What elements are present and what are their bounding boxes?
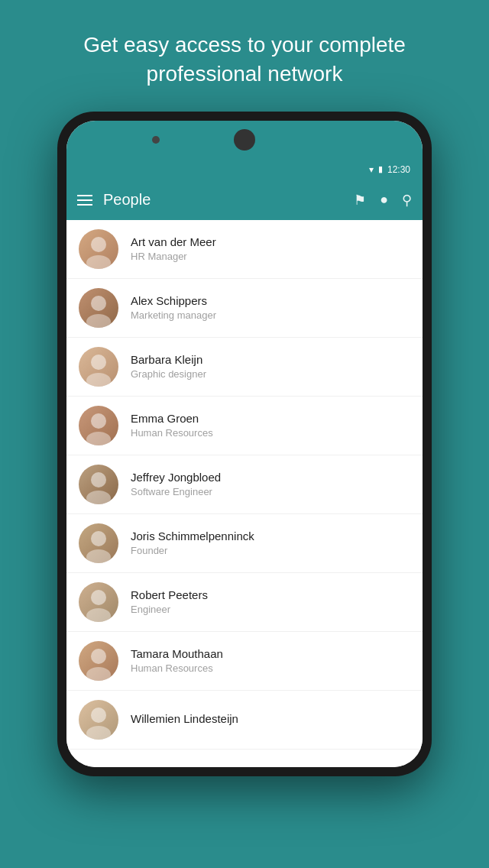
svg-point-4 — [91, 355, 106, 370]
list-item[interactable]: Barbara Kleijn Graphic designer — [66, 338, 423, 397]
svg-point-9 — [86, 491, 111, 504]
person-info: Barbara Kleijn Graphic designer — [131, 353, 410, 380]
person-info: Joris Schimmelpenninck Founder — [131, 530, 410, 556]
avatar — [79, 523, 118, 563]
list-item[interactable]: Joris Schimmelpenninck Founder — [66, 514, 423, 573]
person-role: Marketing manager — [131, 309, 410, 321]
person-name: Art van der Meer — [131, 235, 410, 248]
avatar — [79, 229, 118, 269]
avatar — [79, 700, 118, 740]
svg-point-2 — [91, 296, 106, 311]
person-name: Barbara Kleijn — [131, 353, 410, 366]
person-name: Jeffrey Jongbloed — [131, 471, 410, 484]
person-name: Willemien Lindesteijn — [131, 712, 410, 725]
svg-point-7 — [86, 432, 111, 445]
status-icons: ▾ ▮ 12:30 — [369, 164, 410, 175]
app-bar: People ⚑ ● ⚲ — [66, 180, 423, 220]
time-display: 12:30 — [387, 164, 410, 175]
phone-screen: ▾ ▮ 12:30 People ⚑ ● ⚲ — [66, 121, 423, 767]
list-item[interactable]: Emma Groen Human Resources — [66, 397, 423, 455]
person-info: Willemien Lindesteijn — [131, 712, 410, 727]
svg-point-13 — [86, 608, 111, 622]
person-info: Emma Groen Human Resources — [131, 412, 410, 439]
avatar — [79, 288, 118, 328]
person-info: Alex Schippers Marketing manager — [131, 294, 410, 321]
status-bar: ▾ ▮ 12:30 — [66, 159, 423, 180]
person-role: HR Manager — [131, 251, 410, 262]
person-role: Human Resources — [131, 427, 410, 439]
person-info: Robert Peeters Engineer — [131, 588, 410, 615]
person-role: Engineer — [131, 604, 410, 615]
menu-button[interactable] — [77, 195, 92, 206]
phone-mockup: ▾ ▮ 12:30 People ⚑ ● ⚲ — [57, 112, 432, 776]
battery-icon: ▮ — [378, 164, 383, 174]
app-bar-actions: ⚑ ● ⚲ — [354, 192, 412, 209]
person-info: Art van der Meer HR Manager — [131, 235, 410, 262]
avatar — [79, 465, 118, 504]
wifi-icon: ▾ — [369, 164, 374, 175]
svg-point-1 — [86, 255, 111, 269]
person-info: Tamara Mouthaan Human Resources — [131, 647, 410, 674]
phone-body: ▾ ▮ 12:30 People ⚑ ● ⚲ — [57, 112, 432, 776]
svg-point-5 — [86, 373, 111, 387]
svg-point-15 — [86, 667, 111, 681]
page-header: Get easy access to your complete profess… — [0, 0, 489, 112]
person-name: Alex Schippers — [131, 294, 410, 307]
svg-point-8 — [91, 472, 106, 487]
svg-point-10 — [91, 531, 106, 546]
list-item[interactable]: Robert Peeters Engineer — [66, 573, 423, 632]
svg-point-14 — [91, 649, 106, 664]
person-role: Human Resources — [131, 662, 410, 674]
notification-icon[interactable]: ● — [380, 192, 388, 208]
person-info: Jeffrey Jongbloed Software Engineer — [131, 471, 410, 497]
svg-point-6 — [91, 413, 106, 429]
svg-point-0 — [91, 237, 106, 252]
list-item[interactable]: Alex Schippers Marketing manager — [66, 279, 423, 338]
list-item[interactable]: Willemien Lindesteijn — [66, 691, 423, 750]
person-name: Tamara Mouthaan — [131, 647, 410, 660]
chat-icon[interactable]: ⚑ — [354, 192, 366, 209]
person-role: Founder — [131, 545, 410, 556]
person-name: Emma Groen — [131, 412, 410, 425]
svg-point-11 — [86, 549, 111, 563]
phone-notch — [66, 121, 423, 159]
avatar — [79, 406, 118, 445]
people-list: Art van der Meer HR Manager Alex Schippe… — [66, 220, 423, 767]
person-name: Robert Peeters — [131, 588, 410, 601]
avatar — [79, 347, 118, 387]
svg-point-3 — [86, 314, 111, 328]
svg-point-12 — [91, 590, 106, 605]
list-item[interactable]: Tamara Mouthaan Human Resources — [66, 632, 423, 691]
camera-dot — [152, 136, 160, 144]
search-icon[interactable]: ⚲ — [402, 192, 412, 209]
avatar — [79, 641, 118, 681]
app-title: People — [103, 191, 343, 209]
svg-point-17 — [86, 726, 111, 740]
list-item[interactable]: Jeffrey Jongbloed Software Engineer — [66, 455, 423, 514]
person-role: Software Engineer — [131, 486, 410, 497]
person-name: Joris Schimmelpenninck — [131, 530, 410, 542]
list-item[interactable]: Art van der Meer HR Manager — [66, 220, 423, 279]
person-role: Graphic designer — [131, 368, 410, 380]
svg-point-16 — [91, 708, 106, 723]
avatar — [79, 582, 118, 622]
